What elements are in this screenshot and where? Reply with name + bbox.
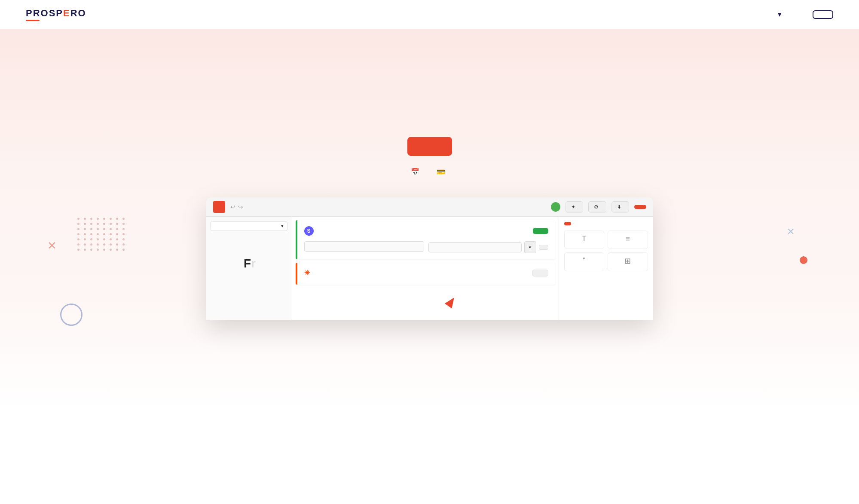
form-element-icon: ⊞	[624, 256, 631, 266]
nav-links: ▾	[730, 10, 833, 19]
card-icon: 💳	[437, 168, 445, 176]
payment-label-input[interactable]	[428, 242, 522, 252]
payment-amount-group	[304, 240, 424, 253]
stripe-title: S	[304, 226, 317, 236]
chevron-down-icon: ▾	[281, 223, 284, 229]
cursor-overlay	[447, 297, 455, 307]
mockup-integrations-btn[interactable]: ✦	[566, 201, 583, 213]
hero-subtext	[9, 103, 850, 118]
hero-section: const dotsContainer = document.querySele…	[0, 29, 859, 415]
nav-signup[interactable]	[813, 10, 833, 19]
stripe-logo: S	[304, 226, 314, 236]
logo[interactable]: PROSPERO	[26, 8, 86, 21]
cursor-arrow-icon	[444, 295, 457, 309]
mockup-topbar: ↩ ↪ ✦ ⚙ ⬇	[206, 197, 653, 217]
trust-no-card: 💳	[437, 168, 449, 176]
panel-tab-layout[interactable]	[590, 222, 597, 225]
element-quote[interactable]: "	[564, 252, 605, 271]
mockup-preview-text: Fr	[211, 257, 287, 270]
font-selector[interactable]: ▾	[211, 221, 287, 231]
chevron-down-icon: ▾	[778, 10, 782, 19]
mockup-body: ▾ Fr S	[206, 217, 653, 320]
dropdown-btn[interactable]: ▾	[524, 241, 536, 253]
space-element-icon: ≡	[625, 234, 630, 243]
element-text[interactable]: T	[564, 231, 605, 249]
mockup-right-panel: T ≡ " ⊞	[559, 217, 653, 320]
payment-label-group: ▾	[428, 240, 548, 253]
panel-tabs	[564, 222, 648, 225]
stripe-fields: ▾	[304, 240, 548, 253]
trust-line: 📅 💳	[9, 168, 850, 176]
download-icon: ⬇	[617, 204, 621, 210]
element-space[interactable]: ≡	[608, 231, 648, 249]
mockup-nav-arrows: ↩ ↪	[230, 203, 243, 210]
mockup-logo	[213, 201, 225, 213]
app-mockup: ↩ ↪ ✦ ⚙ ⬇	[206, 197, 653, 320]
mockup-preview-btn[interactable]	[634, 205, 646, 209]
gear-icon: ⚙	[594, 204, 599, 210]
element-form[interactable]: ⊞	[608, 252, 648, 271]
dot-grid-decoration: const dotsContainer = document.querySele…	[77, 218, 126, 251]
stripe-connected-button[interactable]	[533, 228, 548, 234]
calendar-icon: 📅	[411, 168, 419, 176]
navigation: PROSPERO ▾	[0, 0, 859, 29]
forward-arrow-icon: ↪	[238, 203, 243, 210]
zapier-logo-icon: ✳	[304, 269, 310, 277]
panel-tab-fonts[interactable]	[581, 222, 588, 225]
mockup-settings-btn[interactable]: ⚙	[588, 201, 606, 213]
x-decoration-right: ✕	[787, 226, 795, 237]
zapier-integration-card: ✳	[296, 263, 555, 285]
zapier-title: ✳	[304, 269, 313, 277]
circle-decoration-left	[60, 304, 83, 326]
panel-elements-grid: T ≡ " ⊞	[564, 231, 648, 271]
panel-tab-library[interactable]	[573, 222, 580, 225]
panel-tab-elements[interactable]	[564, 222, 571, 225]
x-decoration-left: ✕	[47, 239, 57, 252]
payment-amount-input[interactable]	[304, 241, 424, 252]
trust-trial: 📅	[411, 168, 423, 176]
text-element-icon: T	[582, 234, 587, 243]
stripe-edit-button[interactable]	[539, 245, 548, 250]
zapier-connect-button[interactable]	[532, 270, 548, 276]
create-proposal-button[interactable]	[407, 137, 452, 156]
nav-resources[interactable]: ▾	[776, 10, 782, 19]
back-arrow-icon: ↩	[230, 203, 235, 210]
plugin-icon: ✦	[571, 204, 575, 210]
quote-element-icon: "	[583, 256, 585, 265]
hero-headline	[236, 59, 623, 93]
stripe-integration-card: S	[296, 220, 555, 259]
mockup-download-btn[interactable]: ⬇	[611, 201, 629, 213]
mockup-status-dot	[551, 202, 560, 212]
mockup-main-content: S	[292, 217, 559, 320]
mockup-sidebar: ▾ Fr	[206, 217, 292, 320]
circle-decoration-right	[800, 256, 807, 264]
